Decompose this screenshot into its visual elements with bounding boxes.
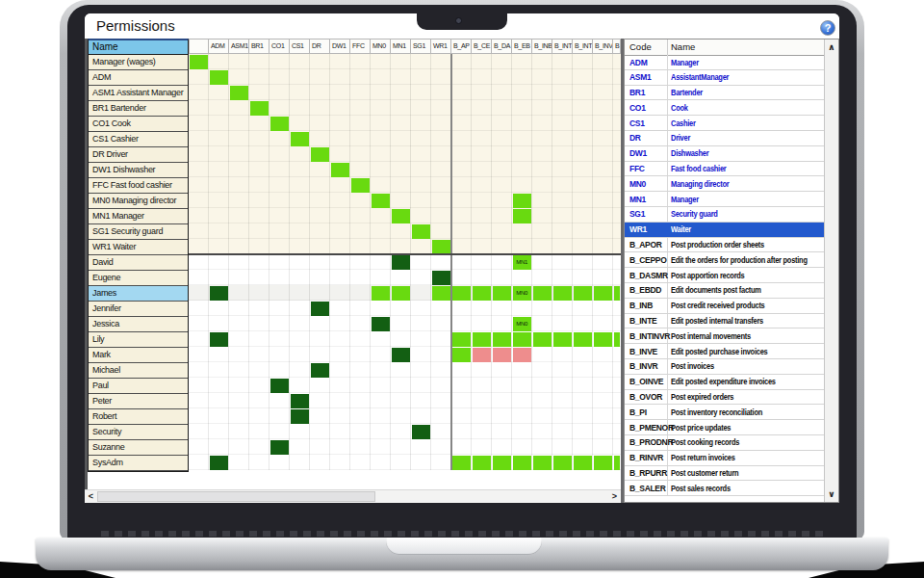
permission-cell-mn1-manager-col16[interactable]	[513, 209, 532, 223]
permission-cell-lily-col13[interactable]	[452, 332, 472, 347]
legend-row-wr1[interactable]: WR1Waiter	[625, 223, 824, 238]
row-header-dr-driver[interactable]: DR Driver	[89, 147, 188, 163]
column-header-dr-6[interactable]: DR	[310, 39, 330, 54]
row-header-jessica[interactable]: Jessica	[89, 317, 188, 332]
legend-row-asm1[interactable]: ASM1AssistantManager	[625, 70, 824, 86]
legend-row-dw1[interactable]: DW1Dishwasher	[625, 146, 824, 162]
permission-cell-dr-driver-col6[interactable]	[311, 147, 330, 162]
legend-row-b-pi[interactable]: B_PIPost inventory reconciliation	[625, 405, 824, 420]
column-header-co1-4[interactable]: CO1	[270, 39, 290, 54]
permission-cell-lily-col18[interactable]	[553, 332, 573, 347]
permission-cell-james-col21[interactable]	[614, 286, 621, 301]
permission-cell-suzanne-col4[interactable]	[270, 440, 290, 455]
column-header-b-21[interactable]: B	[613, 39, 621, 54]
permission-cell-james-col19[interactable]	[574, 286, 593, 301]
column-header-ffc-8[interactable]: FFC	[350, 39, 371, 54]
column-header-b-inv-20[interactable]: B_INV	[593, 39, 613, 54]
permission-cell-sysadm-col1[interactable]	[210, 456, 229, 470]
row-header-michael[interactable]: Michael	[89, 363, 188, 379]
legend-row-co1[interactable]: CO1Cook	[625, 100, 824, 116]
permission-cell-mn0-managing-director-col9[interactable]	[372, 194, 391, 208]
legend-row-adm[interactable]: ADMManager	[625, 55, 824, 70]
legend-row-b-oinve[interactable]: B_OINVEEdit posted expenditure invoices	[625, 375, 824, 390]
column-header-mn0-9[interactable]: MN0	[371, 39, 391, 54]
permission-cell-cs1-cashier-col5[interactable]	[291, 132, 310, 146]
row-header-mn1-manager[interactable]: MN1 Manager	[89, 209, 188, 224]
permission-cell-james-col17[interactable]	[533, 286, 552, 301]
permission-cell-lily-col16[interactable]	[513, 332, 532, 347]
permission-cell-mark-col13[interactable]	[452, 348, 472, 362]
permission-cell-sysadm-col18[interactable]	[553, 456, 573, 470]
help-icon[interactable]: ?	[820, 20, 835, 36]
row-header-mn0-managing-director[interactable]: MN0 Managing director	[89, 194, 188, 209]
permission-cell-lily-col21[interactable]	[614, 332, 621, 347]
permission-cell-lily-col17[interactable]	[533, 332, 552, 347]
row-header-co1-cook[interactable]: CO1 Cook	[89, 117, 188, 132]
legend-row-br1[interactable]: BR1Bartender	[625, 86, 824, 101]
column-header-b-ap-13[interactable]: B_AP	[451, 39, 472, 54]
column-header-mn1-10[interactable]: MN1	[391, 39, 411, 54]
permission-cell-james-col10[interactable]	[392, 286, 411, 301]
column-header-b-ce-14[interactable]: B_CE	[472, 39, 492, 54]
row-header-manager-wages[interactable]: Manager (wages)	[89, 55, 188, 70]
row-header-ffc-fast-food-cashier[interactable]: FFC Fast food cashier	[89, 178, 188, 194]
legend-row-b-ovor[interactable]: B_OVORPost expired orders	[625, 390, 824, 406]
legend-row-b-saler[interactable]: B_SALERPost sales records	[625, 481, 824, 496]
column-header-wr1-12[interactable]: WR1	[431, 39, 451, 54]
permission-cell-james-col16[interactable]: MN0	[513, 286, 532, 301]
legend-header-name[interactable]: Name	[671, 41, 695, 52]
permission-cell-mark-col10[interactable]	[392, 348, 411, 362]
row-header-wr1-waiter[interactable]: WR1 Waiter	[89, 240, 188, 255]
column-header-blank[interactable]	[189, 39, 209, 54]
legend-row-b-apor[interactable]: B_APORPost production order sheets	[625, 238, 824, 253]
permission-cell-wr1-waiter-col12[interactable]	[432, 240, 451, 254]
legend-row-cs1[interactable]: CS1Cashier	[625, 116, 824, 131]
row-header-sysadm[interactable]: SysAdm	[89, 456, 188, 471]
legend-row-b-rinvr[interactable]: B_RINVRPost return invoices	[625, 451, 824, 466]
legend-row-mn1[interactable]: MN1Manager	[625, 192, 824, 207]
row-header-jennifer[interactable]: Jennifer	[89, 302, 188, 317]
permission-cell-robert-col5[interactable]	[291, 409, 310, 424]
permission-cell-david-col16[interactable]: MN1	[513, 255, 532, 270]
column-header-asm1-2[interactable]: ASM1	[229, 39, 249, 54]
permission-cell-paul-col4[interactable]	[270, 379, 290, 393]
column-header-br1-3[interactable]: BR1	[249, 39, 270, 54]
permission-cell-sysadm-col21[interactable]	[614, 456, 621, 470]
legend-row-dr[interactable]: DRDriver	[625, 131, 824, 146]
row-header-peter[interactable]: Peter	[89, 394, 188, 409]
row-header-james[interactable]: James	[89, 286, 188, 302]
permission-cell-security-col11[interactable]	[412, 425, 431, 439]
horizontal-scrollbar-thumb[interactable]	[97, 491, 375, 502]
permission-cell-sysadm-col19[interactable]	[574, 456, 593, 470]
horizontal-scrollbar[interactable]: < >	[85, 489, 621, 503]
row-header-robert[interactable]: Robert	[89, 409, 188, 425]
column-header-b-eb-16[interactable]: B_EB	[512, 39, 532, 54]
permission-cell-mark-col15[interactable]	[493, 348, 512, 362]
permission-cell-dw1-dishwasher-col7[interactable]	[331, 163, 350, 177]
permission-cell-sysadm-col15[interactable]	[493, 456, 512, 470]
permission-cell-michael-col6[interactable]	[311, 363, 330, 378]
legend-row-b-ebdd[interactable]: B_EBDDEdit documents post factum	[625, 283, 824, 299]
row-header-br1-bartender[interactable]: BR1 Bartender	[89, 101, 188, 117]
row-header-david[interactable]: David	[89, 255, 188, 271]
legend-row-b-ceppo[interactable]: B_CEPPOEdit the orders for production af…	[625, 252, 824, 268]
permission-cell-ffc-fast-food-cashier-col8[interactable]	[351, 178, 371, 193]
row-header-sg1-security-guard[interactable]: SG1 Security guard	[89, 224, 188, 240]
permission-cell-lily-col15[interactable]	[493, 332, 512, 347]
column-header-b-int-19[interactable]: B_INT	[573, 39, 593, 54]
permission-cell-eugene-col12[interactable]	[432, 271, 451, 285]
row-header-adm[interactable]: ADM	[89, 70, 188, 86]
permission-cell-james-col18[interactable]	[553, 286, 573, 301]
permission-cell-jessica-col16[interactable]: MN0	[513, 317, 532, 331]
legend-row-b-prodnr[interactable]: B_PRODNRPost cooking records	[625, 435, 824, 451]
row-header-suzanne[interactable]: Suzanne	[89, 440, 188, 456]
legend-row-b-inve[interactable]: B_INVEEdit posted purchase invoices	[625, 344, 824, 359]
permission-cell-lily-col14[interactable]	[473, 332, 492, 347]
permission-cell-br1-bartender-col3[interactable]	[250, 101, 270, 116]
column-header-b-da-15[interactable]: B_DA	[492, 39, 512, 54]
legend-row-b-pmenor[interactable]: B_PMENORPost price updates	[625, 420, 824, 435]
row-header-dw1-dishwasher[interactable]: DW1 Dishwasher	[89, 163, 188, 178]
row-header-eugene[interactable]: Eugene	[89, 271, 188, 286]
column-header-b-int-18[interactable]: B_INT	[552, 39, 573, 54]
legend-row-b-invr[interactable]: B_INVRPost invoices	[625, 359, 824, 375]
